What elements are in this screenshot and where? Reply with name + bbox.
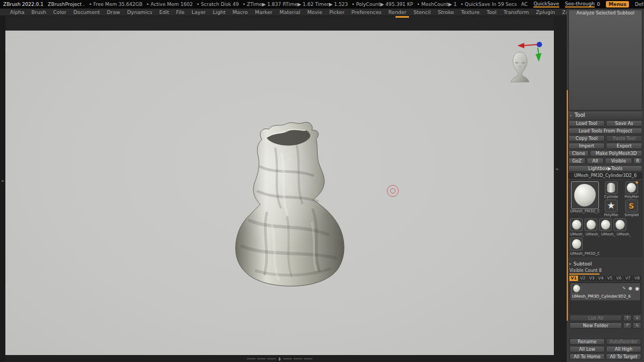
rename-button[interactable]: Rename: [569, 338, 605, 345]
sculpt-canvas[interactable]: [5, 31, 554, 355]
menu-item[interactable]: Stencil: [410, 9, 434, 15]
menu-item[interactable]: Light: [209, 9, 229, 15]
subtool-up-icon[interactable]: ↑: [623, 315, 632, 321]
left-tray[interactable]: ◂▸: [0, 16, 5, 362]
menu-item[interactable]: Document: [70, 9, 103, 15]
subtool-tab-v8[interactable]: V8: [633, 276, 641, 281]
umesh-tool-thumbnail[interactable]: [613, 218, 626, 231]
cylinder3d-tool-thumbnail[interactable]: [605, 181, 618, 194]
menu-item[interactable]: Tool: [483, 9, 500, 15]
status-stat: • PolyCount▶ 495.391 KP: [352, 2, 413, 7]
menu-item[interactable]: Layer: [188, 9, 209, 15]
lightbox-tools-button[interactable]: Lightbox▶Tools: [568, 165, 642, 172]
all-to-target-button[interactable]: All To Target: [606, 353, 641, 360]
menu-item[interactable]: Material: [276, 9, 304, 15]
export-button[interactable]: Export: [606, 143, 642, 149]
quicksave-button[interactable]: QuickSave: [533, 1, 559, 8]
subtool-tab-v5[interactable]: V5: [606, 276, 614, 281]
polypaint-dot-icon[interactable]: ●: [628, 286, 632, 291]
menu-item[interactable]: Movie: [304, 9, 326, 15]
analyze-selected-subtool-button[interactable]: Analyze Selected Subtool: [568, 10, 642, 110]
umesh-tool-thumbnail[interactable]: [570, 218, 583, 231]
subtool-section-header[interactable]: ▸ Subtool: [569, 261, 641, 267]
tool-panel-header[interactable]: ‹ Tool: [568, 112, 642, 119]
menu-item[interactable]: Alpha: [6, 9, 28, 15]
clone-button[interactable]: Clone: [568, 150, 589, 157]
subtool-list[interactable]: ✎ ● ◉ UMesh_PM3D_Cylinder3D2_6: [569, 282, 641, 314]
make-polymesh3d-button[interactable]: Make PolyMesh3D: [590, 150, 642, 157]
panel-scroll-indicator[interactable]: [567, 90, 568, 321]
subtool-tab-v1[interactable]: V1: [569, 276, 578, 281]
move-into-folder-icon[interactable]: ↳: [633, 322, 641, 329]
import-button[interactable]: Import: [568, 143, 605, 149]
menu-item[interactable]: Dynamics: [123, 9, 156, 15]
goz-visible-button[interactable]: Visible: [605, 158, 632, 164]
scroll-down-icon[interactable]: ▼: [279, 359, 281, 361]
menu-item[interactable]: Picker: [326, 9, 348, 15]
menu-item[interactable]: Stroke: [434, 9, 457, 15]
menu-item[interactable]: Texture: [457, 9, 483, 15]
menu-item[interactable]: Color: [49, 9, 70, 15]
load-tools-from-project-button[interactable]: Load Tools From Project: [568, 128, 642, 134]
subtool-thumbnail[interactable]: [572, 284, 581, 293]
menu-item[interactable]: Transform: [500, 9, 532, 15]
eye-icon[interactable]: ◉: [635, 286, 639, 291]
umesh-tool-thumbnail[interactable]: [599, 218, 612, 231]
status-readouts: • Free Mem 35.642GB• Active Mem 1602• Sc…: [89, 2, 517, 7]
menu-item[interactable]: Draw: [103, 9, 123, 15]
subtool-item[interactable]: ✎ ● ◉ UMesh_PM3D_Cylinder3D2_6: [570, 283, 640, 300]
subtool-tab-v3[interactable]: V3: [588, 276, 596, 281]
subtool-tab-v7[interactable]: V7: [624, 276, 632, 281]
mesh-blob-icon: [572, 220, 581, 230]
menu-item[interactable]: File: [173, 9, 188, 15]
menu-item[interactable]: Brush: [28, 9, 49, 15]
mesh-blob-icon: [601, 220, 610, 230]
menus-toggle[interactable]: Menus: [606, 1, 629, 8]
goz-all-button[interactable]: All: [587, 158, 604, 164]
new-folder-button[interactable]: New Folder: [569, 322, 622, 329]
pen-icon[interactable]: ✎: [622, 286, 626, 291]
umesh-tool-thumbnail[interactable]: [570, 238, 583, 250]
all-to-home-button[interactable]: All To Home: [569, 353, 605, 360]
subtool-tab-v2[interactable]: V2: [579, 276, 587, 281]
active-tool-thumbnail[interactable]: [571, 181, 599, 209]
shelf-divider-handle[interactable]: [396, 16, 409, 18]
script-selector[interactable]: Default2Script: [635, 2, 644, 7]
axis-gizmo: [517, 41, 544, 63]
mesh-blob-icon: [574, 184, 596, 206]
menu-item[interactable]: Edit: [156, 9, 172, 15]
load-tool-button[interactable]: Load Tool: [568, 120, 605, 127]
menu-item[interactable]: Zplugin: [532, 9, 559, 15]
visible-count-slider[interactable]: Visible Count 8: [569, 268, 641, 275]
polymesh3d-tool-thumbnail[interactable]: ★: [625, 181, 638, 194]
save-as-button[interactable]: Save As: [606, 120, 642, 127]
right-divider-handle-icon[interactable]: ◂▸: [555, 167, 559, 171]
tool-thumb-label: UMesh_PM3D_C: [570, 252, 600, 256]
subtool-tab-v4[interactable]: V4: [597, 276, 605, 281]
status-stat: • QuickSave In 59 Secs: [460, 2, 517, 7]
right-panel-divider[interactable]: ◂▸: [554, 16, 567, 362]
subtool-tab-v6[interactable]: V6: [614, 276, 623, 281]
goz-r-button[interactable]: R: [633, 158, 642, 164]
subtool-down-icon[interactable]: ↓: [633, 315, 641, 321]
umesh-tool-thumbnail[interactable]: [584, 218, 597, 231]
all-low-button[interactable]: All Low: [569, 346, 605, 352]
see-through-slider[interactable]: See-through: [565, 1, 595, 8]
menu-item[interactable]: Render: [385, 9, 410, 15]
current-tool-name[interactable]: UMesh_PM3D_Cylinder3D2_6: [568, 173, 642, 179]
star3d-tool-thumbnail[interactable]: ★: [605, 200, 618, 212]
move-out-folder-icon[interactable]: ↱: [623, 322, 632, 329]
tool-thumb-label: SimpleB: [625, 213, 639, 217]
menu-item[interactable]: Marker: [251, 9, 276, 15]
goz-button[interactable]: GoZ: [568, 158, 586, 164]
canvas-scrollbar[interactable]: ▲ ▼: [247, 357, 312, 361]
menu-item[interactable]: Preferences: [348, 9, 385, 15]
title-bar: ZBrush 2022.0.1 ZBrushProject . • Free M…: [0, 0, 644, 9]
menu-item[interactable]: Macro: [229, 9, 252, 15]
left-tray-handle-icon[interactable]: ◂▸: [1, 179, 4, 182]
copy-tool-button[interactable]: Copy Tool: [568, 135, 605, 142]
simplebrush-icon: S: [628, 202, 634, 210]
simplebrush-tool-thumbnail[interactable]: S: [625, 200, 638, 212]
ac-toggle[interactable]: AC: [521, 2, 528, 7]
all-high-button[interactable]: All High: [606, 346, 641, 352]
